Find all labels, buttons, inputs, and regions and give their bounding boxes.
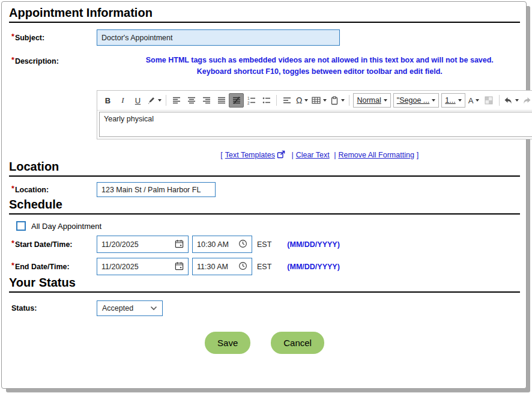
remove-all-formatting-link[interactable]: Remove All Formatting (338, 151, 414, 159)
external-link-icon (277, 152, 285, 160)
redo-button[interactable] (521, 93, 532, 108)
subject-input[interactable] (97, 29, 340, 46)
font-size-dropdown[interactable]: 1... (441, 93, 465, 108)
location-input[interactable] (97, 182, 216, 197)
table-icon (312, 96, 321, 105)
start-time-input[interactable]: 10:30 AM (192, 236, 252, 253)
save-button[interactable]: Save (205, 332, 250, 354)
numbered-list-button[interactable]: 12 (244, 93, 259, 108)
clock-icon (238, 239, 247, 250)
end-timezone: EST (257, 263, 271, 271)
start-timezone: EST (257, 240, 271, 249)
redo-icon (522, 97, 531, 105)
end-time-input[interactable]: 11:30 AM (192, 258, 252, 275)
numbered-list-icon: 12 (247, 96, 256, 105)
background-color-icon (485, 96, 493, 105)
align-right-button[interactable] (199, 93, 214, 108)
status-row: Status: Accepted (9, 300, 520, 316)
start-datetime-row: *Start Date/Time: 11/20/2025 10:30 AM ES… (9, 236, 520, 253)
paragraph-style-dropdown[interactable]: Normal (353, 93, 390, 108)
dropdown-arrow-icon (515, 99, 519, 102)
subject-row: *Subject: (9, 29, 520, 46)
align-right-icon (202, 96, 211, 105)
bullet-list-button[interactable] (259, 93, 274, 108)
toolbar-separator (499, 95, 500, 106)
section-title-your-status: Your Status (9, 275, 520, 293)
toolbar-separator (166, 95, 166, 106)
undo-button[interactable] (502, 93, 521, 108)
description-edit-field[interactable]: Yearly physical (99, 112, 532, 137)
align-left-button[interactable] (169, 93, 184, 108)
undo-icon (504, 97, 513, 105)
status-dropdown[interactable]: Accepted (97, 300, 163, 316)
required-asterisk: * (11, 56, 14, 64)
editor-links-row: [Text Templates |Clear Text |Remove All … (97, 149, 532, 159)
font-family-dropdown[interactable]: "Segoe ... (393, 93, 439, 108)
toolbar-divider (97, 110, 532, 111)
omega-icon: Ω (296, 96, 302, 105)
end-date-format-hint: (MM/DD/YYYY) (287, 263, 340, 271)
bracket-close: ] (417, 151, 419, 159)
align-left-icon (172, 96, 181, 105)
dropdown-arrow-icon (323, 99, 327, 102)
bullet-list-icon (262, 96, 271, 105)
underline-button[interactable]: U (130, 93, 145, 108)
link-separator: | (334, 151, 336, 159)
location-label: *Location: (9, 186, 97, 194)
dropdown-arrow-icon (158, 99, 162, 102)
justify-button[interactable] (214, 93, 229, 108)
italic-button[interactable]: I (115, 93, 130, 108)
clear-text-link[interactable]: Clear Text (296, 151, 330, 159)
link-separator: | (291, 151, 293, 159)
clock-icon (238, 261, 247, 272)
required-asterisk: * (11, 184, 14, 193)
toolbar-separator (349, 95, 349, 106)
dropdown-arrow-icon (341, 99, 345, 102)
font-color-button[interactable]: A (467, 93, 482, 108)
chevron-down-icon (150, 304, 157, 312)
dropdown-arrow-icon (432, 99, 435, 102)
background-color-button[interactable] (482, 93, 497, 108)
align-center-button[interactable] (184, 93, 199, 108)
end-date-input[interactable]: 11/20/2025 (97, 258, 189, 275)
bold-button[interactable]: B (100, 93, 115, 108)
rich-text-editor: B I U 12 Ω (97, 90, 532, 139)
bracket-open: [ (220, 151, 222, 159)
dropdown-arrow-icon (458, 99, 462, 102)
text-direction-button[interactable] (229, 93, 244, 108)
status-label: Status: (9, 304, 97, 312)
insert-table-button[interactable] (310, 93, 328, 108)
calendar-icon (175, 261, 184, 272)
section-title-schedule: Schedule (9, 197, 520, 215)
justify-icon (217, 96, 226, 105)
all-day-row: All Day Appointment (9, 221, 520, 231)
dropdown-arrow-icon (304, 99, 308, 102)
text-direction-icon (232, 96, 241, 105)
required-asterisk: * (11, 32, 14, 41)
paste-button[interactable] (328, 93, 346, 108)
appointment-form-window: Appointment Information *Subject: *Descr… (1, 1, 527, 389)
all-day-label: All Day Appointment (31, 222, 101, 231)
format-painter-button[interactable] (145, 93, 163, 108)
dropdown-arrow-icon (476, 99, 479, 102)
start-date-input[interactable]: 11/20/2025 (97, 236, 189, 253)
section-title-location: Location (9, 159, 520, 177)
description-label: *Description: (9, 55, 97, 66)
align-center-icon (187, 96, 196, 105)
line-spacing-button[interactable] (279, 93, 294, 108)
cancel-button[interactable]: Cancel (271, 332, 324, 354)
required-asterisk: * (11, 261, 14, 270)
svg-text:2: 2 (247, 101, 250, 105)
section-title-appointment-information: Appointment Information (9, 5, 520, 23)
line-spacing-icon (283, 96, 291, 105)
editor-toolbar: B I U 12 Ω (97, 91, 532, 110)
required-asterisk: * (11, 239, 14, 248)
text-templates-link[interactable]: Text Templates (225, 151, 275, 159)
all-day-checkbox[interactable] (16, 221, 26, 231)
action-buttons-row: Save Cancel (9, 332, 520, 354)
description-row: *Description: Some HTML tags such as emb… (9, 55, 520, 159)
clipboard-icon (330, 96, 339, 105)
end-datetime-row: *End Date/Time: 11/20/2025 11:30 AM EST … (9, 258, 520, 275)
special-character-button[interactable]: Ω (294, 93, 310, 108)
location-row: *Location: (9, 182, 520, 197)
